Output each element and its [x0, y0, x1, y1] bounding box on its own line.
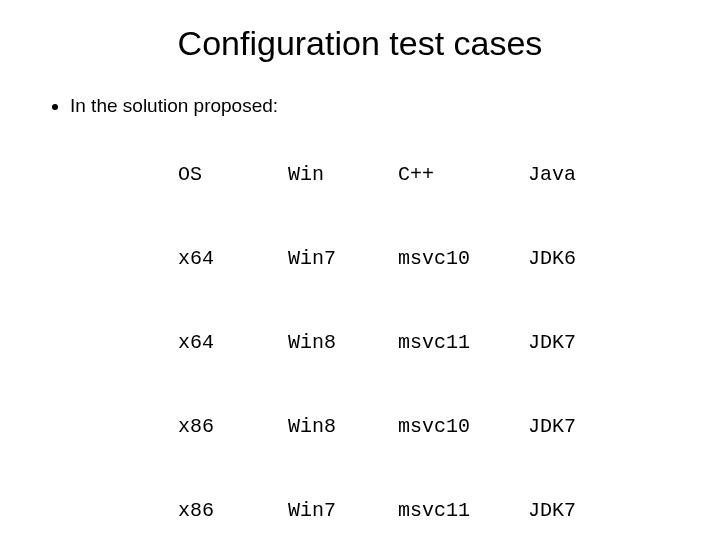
header-os: OS — [178, 161, 288, 189]
cell-java: JDK7 — [528, 329, 618, 357]
table-row: x64Win7msvc10JDK6 — [106, 217, 672, 301]
cell-os: x86 — [178, 497, 288, 525]
cell-os: x64 — [178, 245, 288, 273]
cell-java: JDK7 — [528, 497, 618, 525]
slide-title: Configuration test cases — [48, 24, 672, 63]
cell-win: Win8 — [288, 329, 398, 357]
table-row: x86Win7msvc11JDK7 — [106, 469, 672, 540]
header-java: Java — [528, 161, 618, 189]
cell-java: JDK6 — [528, 245, 618, 273]
cell-cpp: msvc10 — [398, 245, 528, 273]
bullet-intro: In the solution proposed: — [70, 93, 672, 119]
cell-win: Win7 — [288, 245, 398, 273]
cell-os: x64 — [178, 329, 288, 357]
cell-win: Win8 — [288, 413, 398, 441]
config-table: OSWinC++Java x64Win7msvc10JDK6 x64Win8ms… — [106, 133, 672, 540]
cell-cpp: msvc11 — [398, 329, 528, 357]
table-row: x64Win8msvc11JDK7 — [106, 301, 672, 385]
cell-os: x86 — [178, 413, 288, 441]
table-header-row: OSWinC++Java — [106, 133, 672, 217]
header-cpp: C++ — [398, 161, 528, 189]
cell-cpp: msvc10 — [398, 413, 528, 441]
cell-java: JDK7 — [528, 413, 618, 441]
bullet-list: In the solution proposed: — [70, 93, 672, 119]
slide: Configuration test cases In the solution… — [0, 0, 720, 540]
cell-win: Win7 — [288, 497, 398, 525]
header-win: Win — [288, 161, 398, 189]
table-row: x86Win8msvc10JDK7 — [106, 385, 672, 469]
cell-cpp: msvc11 — [398, 497, 528, 525]
